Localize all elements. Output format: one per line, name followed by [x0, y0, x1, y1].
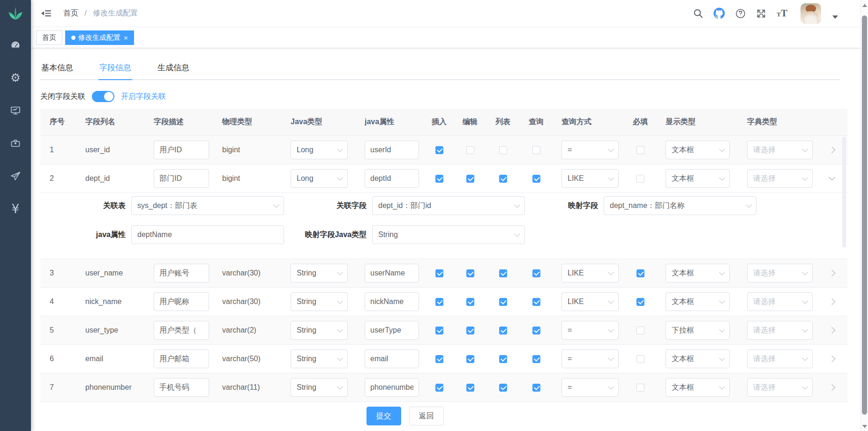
expand-row-icon[interactable] [829, 384, 835, 391]
fullscreen-icon[interactable] [756, 8, 766, 19]
edit-checkbox[interactable] [466, 327, 474, 334]
dict-type-select[interactable]: 请选择 [747, 264, 813, 282]
query-checkbox[interactable] [532, 269, 540, 277]
edit-checkbox[interactable] [466, 384, 474, 392]
scroll-down-icon[interactable] [862, 425, 867, 428]
expand-row-icon[interactable] [829, 327, 835, 334]
sidebar-item-tool[interactable] [0, 137, 31, 149]
list-checkbox[interactable] [499, 355, 507, 363]
query-type-select[interactable]: LIKE [561, 292, 619, 311]
caret-down-icon[interactable] [832, 15, 838, 19]
back-button[interactable]: 返回 [409, 407, 444, 425]
expand-row-icon[interactable] [829, 270, 835, 276]
scroll-up-icon[interactable] [862, 4, 867, 7]
tab-field-info[interactable]: 字段信息 [98, 62, 132, 80]
html-type-select[interactable]: 文本框 [666, 349, 730, 368]
dict-type-select[interactable]: 请选择 [747, 321, 813, 340]
java-field-input[interactable] [365, 378, 419, 397]
java-type-select[interactable]: String [291, 264, 348, 282]
column-desc-input[interactable] [154, 349, 209, 368]
tag-close-icon[interactable]: × [124, 34, 128, 41]
query-checkbox[interactable] [532, 298, 540, 306]
query-checkbox[interactable] [532, 146, 540, 154]
page-scrollbar[interactable] [861, 0, 868, 431]
association-enable-link[interactable]: 开启字段关联 [121, 92, 166, 102]
edit-checkbox[interactable] [466, 298, 474, 306]
html-type-select[interactable]: 文本框 [666, 169, 730, 188]
insert-checkbox[interactable] [435, 384, 443, 392]
list-checkbox[interactable] [499, 327, 507, 334]
list-checkbox[interactable] [499, 175, 507, 183]
required-checkbox[interactable] [636, 298, 644, 306]
tag-modify-gen-config[interactable]: 修改生成配置 × [65, 30, 134, 45]
column-desc-input[interactable] [154, 264, 209, 282]
column-desc-input[interactable] [154, 292, 209, 311]
java-attr-input[interactable] [131, 225, 284, 244]
dict-type-select[interactable]: 请选择 [747, 169, 813, 188]
query-type-select[interactable]: LIKE [561, 264, 619, 282]
query-checkbox[interactable] [532, 327, 540, 334]
query-type-select[interactable]: = [561, 349, 619, 368]
map-java-type-select[interactable]: String [372, 225, 525, 244]
submit-button[interactable]: 提交 [367, 407, 401, 425]
java-field-input[interactable] [365, 349, 419, 368]
page-scrollbar-thumb[interactable] [862, 15, 867, 415]
sidebar-item-dashboard[interactable] [0, 39, 31, 51]
map-field-select[interactable]: dept_name：部门名称 [604, 196, 756, 215]
association-switch[interactable] [92, 91, 114, 102]
dict-type-select[interactable]: 请选择 [747, 378, 813, 397]
dict-type-select[interactable]: 请选择 [747, 349, 813, 368]
insert-checkbox[interactable] [435, 146, 443, 154]
required-checkbox[interactable] [636, 269, 644, 277]
search-icon[interactable] [693, 8, 703, 18]
query-type-select[interactable]: = [561, 321, 619, 340]
java-field-input[interactable] [365, 292, 419, 311]
insert-checkbox[interactable] [435, 355, 443, 363]
insert-checkbox[interactable] [435, 175, 443, 183]
github-icon[interactable] [713, 7, 725, 19]
dict-type-select[interactable]: 请选择 [747, 292, 813, 311]
query-checkbox[interactable] [532, 355, 540, 363]
query-checkbox[interactable] [532, 175, 540, 183]
list-checkbox[interactable] [499, 384, 507, 392]
java-field-input[interactable] [365, 264, 419, 282]
java-type-select[interactable]: Long [291, 169, 348, 188]
edit-checkbox[interactable] [466, 269, 474, 277]
column-desc-input[interactable] [154, 141, 209, 159]
html-type-select[interactable]: 文本框 [666, 264, 730, 282]
java-type-select[interactable]: String [291, 349, 348, 368]
sidebar-item-deploy[interactable] [0, 170, 31, 182]
required-checkbox[interactable] [636, 384, 644, 392]
help-icon[interactable] [735, 8, 746, 19]
java-type-select[interactable]: String [291, 292, 348, 311]
html-type-select[interactable]: 文本框 [666, 141, 730, 159]
sidebar-item-finance[interactable]: ¥ [0, 203, 31, 215]
required-checkbox[interactable] [636, 146, 644, 154]
query-type-select[interactable]: = [561, 378, 619, 397]
java-type-select[interactable]: String [291, 321, 348, 340]
list-checkbox[interactable] [499, 146, 507, 154]
required-checkbox[interactable] [636, 327, 644, 334]
expand-row-icon[interactable] [829, 174, 835, 180]
query-type-select[interactable]: = [561, 141, 619, 159]
table-scrollbar-thumb[interactable] [842, 137, 846, 247]
java-type-select[interactable]: String [291, 378, 348, 397]
list-checkbox[interactable] [499, 269, 507, 277]
required-checkbox[interactable] [636, 175, 644, 183]
html-type-select[interactable]: 下拉框 [666, 321, 730, 340]
avatar[interactable] [801, 3, 821, 24]
java-type-select[interactable]: Long [291, 141, 348, 159]
column-desc-input[interactable] [154, 378, 209, 397]
expand-row-icon[interactable] [829, 356, 835, 362]
html-type-select[interactable]: 文本框 [666, 292, 730, 311]
required-checkbox[interactable] [636, 355, 644, 363]
tag-home[interactable]: 首页 [36, 30, 62, 45]
font-size-icon[interactable]: TT [777, 7, 787, 19]
java-field-input[interactable] [365, 169, 419, 188]
html-type-select[interactable]: 文本框 [666, 378, 730, 397]
insert-checkbox[interactable] [435, 298, 443, 306]
column-desc-input[interactable] [154, 321, 209, 340]
assoc-field-select[interactable]: dept_id：部门id [372, 196, 525, 215]
column-desc-input[interactable] [154, 169, 209, 188]
breadcrumb-home[interactable]: 首页 [63, 9, 78, 17]
